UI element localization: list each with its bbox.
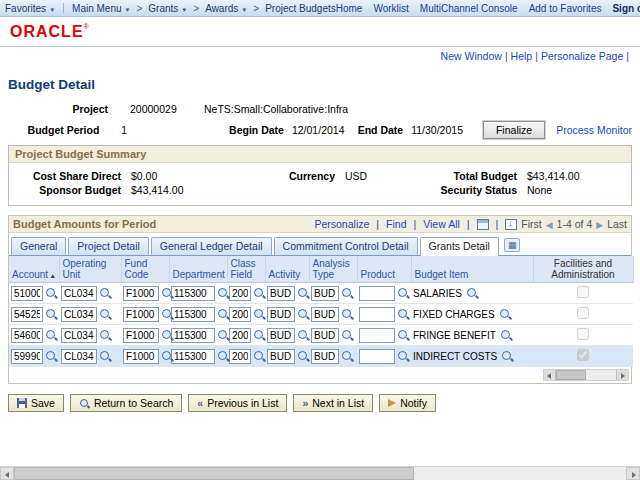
column-header-class-field[interactable]: Class Field <box>227 256 265 283</box>
breadcrumb-main-menu[interactable]: Main Menu <box>72 3 130 14</box>
class-field-input[interactable] <box>229 328 251 343</box>
download-icon[interactable] <box>505 219 517 230</box>
activity-input[interactable] <box>267 328 295 343</box>
lookup-icon[interactable] <box>341 308 354 321</box>
first-label[interactable]: First <box>521 218 541 230</box>
analysis-type-input[interactable] <box>311 307 339 322</box>
lookup-icon[interactable] <box>99 287 112 300</box>
product-input[interactable] <box>359 328 395 343</box>
department-input[interactable] <box>171 286 215 301</box>
lookup-icon[interactable] <box>297 350 310 363</box>
tab-general-ledger-detail[interactable]: General Ledger Detail <box>151 237 272 255</box>
scroll-right-icon[interactable] <box>616 370 628 380</box>
lookup-icon[interactable] <box>99 308 112 321</box>
personalize-grid-icon[interactable] <box>477 219 489 230</box>
column-header-budget-item[interactable]: Budget Item <box>411 256 533 283</box>
activity-input[interactable] <box>267 307 295 322</box>
lookup-icon[interactable] <box>45 350 58 363</box>
department-input[interactable] <box>171 328 215 343</box>
lookup-icon[interactable] <box>253 287 266 300</box>
scroll-thumb[interactable] <box>556 370 586 380</box>
lookup-icon[interactable] <box>217 287 230 300</box>
fund-code-input[interactable] <box>123 328 159 343</box>
lookup-icon[interactable] <box>161 287 174 300</box>
fund-code-input[interactable] <box>123 307 159 322</box>
scroll-thumb[interactable] <box>14 467 414 480</box>
column-header-account[interactable]: Account <box>9 256 59 283</box>
analysis-type-input[interactable] <box>311 349 339 364</box>
tab-commitment-control-detail[interactable]: Commitment Control Detail <box>274 237 418 255</box>
lookup-icon[interactable] <box>99 329 112 342</box>
lookup-icon[interactable] <box>297 308 310 321</box>
find-link[interactable]: Find <box>386 218 406 230</box>
account-input[interactable] <box>11 307 43 322</box>
activity-input[interactable] <box>267 349 295 364</box>
finalize-button[interactable]: Finalize <box>483 121 545 139</box>
class-field-input[interactable] <box>229 286 251 301</box>
breadcrumb-grants[interactable]: Grants <box>148 3 187 14</box>
show-all-tabs-button[interactable] <box>504 238 521 252</box>
previous-rows-icon[interactable] <box>546 218 553 230</box>
grid-horizontal-scrollbar[interactable] <box>543 369 629 381</box>
lookup-icon[interactable] <box>45 287 58 300</box>
product-input[interactable] <box>359 307 395 322</box>
product-input[interactable] <box>359 349 395 364</box>
help-link[interactable]: Help <box>511 50 533 62</box>
lookup-icon[interactable] <box>45 308 58 321</box>
operating-unit-input[interactable] <box>61 328 97 343</box>
operating-unit-input[interactable] <box>61 286 97 301</box>
account-input[interactable] <box>11 349 43 364</box>
column-header-product[interactable]: Product <box>357 256 411 283</box>
process-monitor-link[interactable]: Process Monitor <box>556 124 632 136</box>
operating-unit-input[interactable] <box>61 349 97 364</box>
lookup-icon[interactable] <box>499 308 512 321</box>
department-input[interactable] <box>171 349 215 364</box>
account-input[interactable] <box>11 286 43 301</box>
favorites-menu[interactable]: Favorites <box>5 3 55 14</box>
lookup-icon[interactable] <box>466 287 479 300</box>
fund-code-input[interactable] <box>123 286 159 301</box>
save-button[interactable]: Save <box>8 394 64 412</box>
analysis-type-input[interactable] <box>311 286 339 301</box>
personalize-link[interactable]: Personalize <box>314 218 369 230</box>
lookup-icon[interactable] <box>397 329 410 342</box>
return-to-search-button[interactable]: Return to Search <box>70 394 182 412</box>
home-link[interactable]: Home <box>336 3 363 14</box>
tab-general[interactable]: General <box>11 237 66 255</box>
lookup-icon[interactable] <box>297 329 310 342</box>
product-input[interactable] <box>359 286 395 301</box>
activity-input[interactable] <box>267 286 295 301</box>
lookup-icon[interactable] <box>341 287 354 300</box>
fund-code-input[interactable] <box>123 349 159 364</box>
lookup-icon[interactable] <box>217 308 230 321</box>
scroll-right-icon[interactable] <box>626 467 640 480</box>
notify-button[interactable]: Notify <box>379 394 436 412</box>
previous-in-list-button[interactable]: Previous in List <box>188 394 287 412</box>
lookup-icon[interactable] <box>99 350 112 363</box>
tab-project-detail[interactable]: Project Detail <box>68 237 148 255</box>
lookup-icon[interactable] <box>500 329 513 342</box>
analysis-type-input[interactable] <box>311 328 339 343</box>
breadcrumb-awards[interactable]: Awards <box>205 3 247 14</box>
lookup-icon[interactable] <box>217 329 230 342</box>
new-window-link[interactable]: New Window <box>441 50 502 62</box>
scroll-left-icon[interactable] <box>544 370 556 380</box>
add-to-favorites-link[interactable]: Add to Favorites <box>529 3 602 14</box>
account-input[interactable] <box>11 328 43 343</box>
column-header-department[interactable]: Department <box>169 256 227 283</box>
view-all-link[interactable]: View All <box>423 218 460 230</box>
last-label[interactable]: Last <box>607 218 627 230</box>
personalize-page-link[interactable]: Personalize Page <box>541 50 623 62</box>
class-field-input[interactable] <box>229 349 251 364</box>
multichannel-console-link[interactable]: MultiChannel Console <box>420 3 518 14</box>
lookup-icon[interactable] <box>253 329 266 342</box>
lookup-icon[interactable] <box>297 287 310 300</box>
lookup-icon[interactable] <box>341 329 354 342</box>
signout-link[interactable]: Sign out <box>612 3 640 14</box>
column-header-analysis-type[interactable]: Analysis Type <box>309 256 357 283</box>
class-field-input[interactable] <box>229 307 251 322</box>
lookup-icon[interactable] <box>341 350 354 363</box>
lookup-icon[interactable] <box>161 350 174 363</box>
lookup-icon[interactable] <box>253 308 266 321</box>
operating-unit-input[interactable] <box>61 307 97 322</box>
